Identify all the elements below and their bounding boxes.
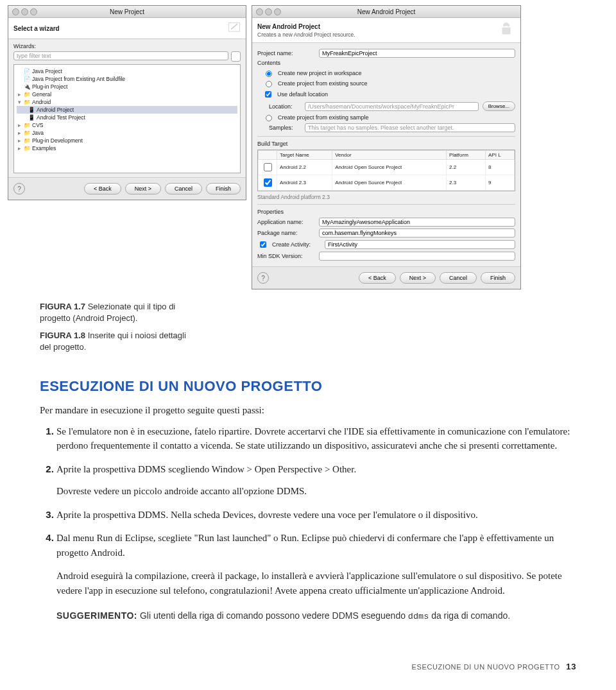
table-cell: Android Open Source Project — [332, 160, 447, 175]
tree-group[interactable]: Java — [32, 130, 44, 136]
back-button[interactable]: < Back — [84, 183, 121, 194]
body-text: ESECUZIONE DI UN NUOVO PROGETTO Per mand… — [0, 359, 616, 643]
table-cell: Android 2.3 — [277, 175, 332, 191]
tip-command: ddms — [408, 612, 429, 621]
header-title: New Android Project — [257, 23, 320, 30]
button-row: ? < Back Next > Cancel Finish — [252, 266, 520, 289]
table-cell: 8 — [486, 160, 515, 175]
table-cell: Android Open Source Project — [332, 175, 447, 191]
close-icon[interactable] — [256, 8, 263, 15]
build-target-label: Build Target — [257, 141, 515, 147]
header-title: Select a wizard — [13, 25, 60, 32]
project-name-label: Project name: — [257, 50, 315, 56]
back-button[interactable]: < Back — [359, 272, 396, 284]
option-text: Create project from existing source — [278, 80, 368, 87]
th-name: Target Name — [277, 151, 332, 160]
figure-1-7-label: FIGURA 1.7 — [40, 302, 85, 311]
th-platform: Platform — [447, 151, 486, 160]
tree-group[interactable]: Plug-in Development — [32, 137, 83, 144]
minimize-icon[interactable] — [21, 8, 28, 15]
next-button[interactable]: Next > — [125, 183, 161, 194]
tree-group[interactable]: Android — [32, 99, 51, 105]
step-2: Aprite la prospettiva DDMS scegliendo Wi… — [56, 462, 576, 499]
svg-rect-1 — [502, 28, 511, 35]
cancel-button[interactable]: Cancel — [165, 183, 202, 194]
filter-input[interactable] — [13, 51, 228, 60]
finish-button[interactable]: Finish — [206, 183, 241, 194]
steps-list: Se l'emulatore non è in esecuzione, fate… — [40, 424, 576, 560]
titlebar: New Android Project — [252, 6, 520, 18]
close-icon[interactable] — [12, 8, 19, 15]
properties-label: Properties — [257, 209, 515, 215]
next-button[interactable]: Next > — [400, 272, 436, 284]
clear-icon[interactable] — [231, 51, 241, 62]
figure-1-8-label: FIGURA 1.8 — [40, 331, 85, 340]
wizards-label: Wizards: — [13, 43, 241, 49]
footer-text: ESECUZIONE DI UN NUOVO PROGETTO — [412, 663, 560, 671]
app-name-input[interactable] — [319, 218, 515, 227]
samples-label: Samples: — [269, 125, 301, 131]
header-subtitle: Creates a new Android Project resource. — [257, 31, 355, 38]
tip-box: SUGGERIMENTO: Gli utenti della riga di c… — [56, 609, 576, 623]
check-default-location[interactable] — [265, 91, 271, 98]
option-text: Create project from existing sample — [278, 114, 369, 121]
new-android-project-dialog: New Android Project New Android Project … — [252, 5, 521, 289]
tree-item-selected[interactable]: Android Project — [37, 107, 74, 113]
help-icon[interactable]: ? — [13, 183, 25, 194]
location-input[interactable] — [305, 102, 479, 111]
target-check[interactable] — [264, 163, 272, 171]
radio-new-workspace[interactable] — [266, 71, 272, 77]
page-number: 13 — [566, 662, 576, 671]
tree-item[interactable]: Java Project from Existing Ant Buildfile — [32, 76, 125, 82]
step-4: Dal menu Run di Eclipse, scegliete "Run … — [56, 531, 576, 560]
help-icon[interactable]: ? — [257, 272, 269, 284]
package-input[interactable] — [319, 229, 515, 237]
closing-paragraph: Android eseguirà la compilazione, creerà… — [56, 569, 576, 598]
page-footer: ESECUZIONE DI UN NUOVO PROGETTO 13 — [0, 643, 616, 680]
create-activity-check[interactable] — [260, 241, 266, 248]
table-cell: 2.3 — [447, 175, 486, 191]
window-title: New Android Project — [357, 8, 416, 15]
tree-item[interactable]: Android Test Project — [37, 114, 85, 121]
section-heading: ESECUZIONE DI UN NUOVO PROGETTO — [40, 375, 576, 397]
button-row: ? < Back Next > Cancel Finish — [8, 177, 246, 200]
samples-select[interactable]: This target has no samples. Please selec… — [305, 123, 515, 132]
dialog-header: New Android Project Creates a new Androi… — [252, 18, 520, 43]
option-text: Create new project in workspace — [278, 70, 362, 76]
cancel-button[interactable]: Cancel — [440, 272, 477, 284]
dialog-header: Select a wizard — [8, 18, 246, 39]
target-check[interactable] — [264, 178, 272, 187]
th-vendor: Vendor — [332, 151, 447, 160]
tip-text-a: Gli utenti della riga di comando possono… — [140, 610, 408, 621]
tip-text-b: da riga di comando. — [429, 610, 510, 621]
screenshot-row: New Project Select a wizard Wizards: 📄Ja… — [0, 0, 616, 292]
wizard-icon — [228, 22, 241, 35]
tip-label: SUGGERIMENTO: — [56, 610, 137, 621]
tree-group[interactable]: General — [32, 91, 51, 98]
tree-item[interactable]: Java Project — [32, 68, 62, 74]
tree-item[interactable]: Plug-in Project — [32, 83, 67, 90]
activity-input[interactable] — [325, 240, 515, 249]
tree-group[interactable]: CVS — [32, 122, 43, 128]
project-name-input[interactable] — [319, 49, 515, 58]
tree-group[interactable]: Examples — [32, 145, 56, 151]
minimize-icon[interactable] — [265, 8, 272, 15]
create-activity-label: Create Activity: — [272, 241, 321, 248]
step-2-note: Dovreste vedere un piccolo androide acca… — [56, 484, 576, 499]
package-label: Package name: — [257, 230, 315, 236]
zoom-icon[interactable] — [274, 8, 281, 15]
intro-paragraph: Per mandare in esecuzione il progetto se… — [40, 403, 576, 418]
wizard-tree[interactable]: 📄Java Project 📄Java Project from Existin… — [13, 64, 241, 173]
radio-existing-source[interactable] — [266, 81, 272, 87]
table-cell: Android 2.2 — [277, 160, 332, 175]
android-icon — [497, 22, 515, 39]
figure-captions: FIGURA 1.7 Selezionate qui il tipo di pr… — [0, 292, 616, 359]
browse-button[interactable]: Browse... — [483, 101, 515, 111]
min-sdk-input[interactable] — [319, 252, 515, 261]
radio-existing-sample[interactable] — [266, 115, 272, 121]
th-api: API L — [486, 151, 515, 160]
targets-table[interactable]: Target Name Vendor Platform API L Androi… — [257, 150, 515, 191]
finish-button[interactable]: Finish — [481, 272, 515, 284]
zoom-icon[interactable] — [30, 8, 37, 15]
location-label: Location: — [269, 103, 301, 110]
